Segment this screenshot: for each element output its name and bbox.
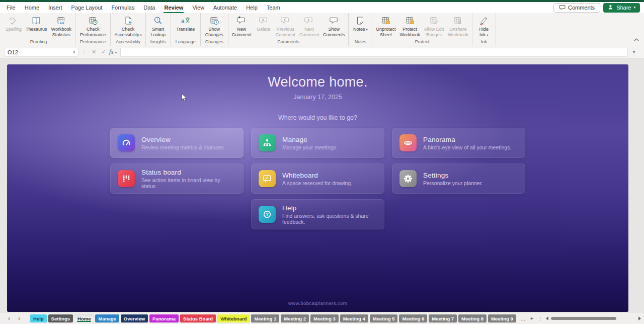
ribbon-button-label-text: New [237, 27, 246, 32]
notes-button[interactable]: Notes▾ [350, 14, 370, 39]
card-settings[interactable]: SettingsPersonalize your planner. [392, 164, 525, 194]
sheet-tab-meeting-8[interactable]: Meeting 8 [458, 314, 487, 322]
sheet-tab-meeting-6[interactable]: Meeting 6 [399, 314, 427, 322]
scrollbar-thumb[interactable] [551, 317, 616, 320]
comments-button[interactable]: Comments [553, 3, 600, 13]
ribbon-button-label-text: Delete [257, 27, 270, 32]
ribbon-button-label-line: Check [114, 27, 141, 32]
menu-tab-team[interactable]: Team [262, 2, 285, 13]
sheet-tab-panorama[interactable]: Panorama [149, 314, 179, 322]
sheet-tab-meeting-9[interactable]: Meeting 9 [488, 314, 516, 322]
share-button[interactable]: Share ▾ [603, 3, 640, 13]
menu-tab-insert[interactable]: Insert [44, 2, 67, 13]
ribbon-button-label: HideInk▾ [479, 27, 489, 38]
kanban-icon [118, 170, 135, 187]
workbook-statistics-button[interactable]: 123WorkbookStatistics [49, 14, 73, 39]
menu-tab-formulas[interactable]: Formulas [107, 2, 139, 13]
menu-tab-page-layout[interactable]: Page Layout [67, 2, 107, 13]
show-comments-icon [329, 16, 339, 26]
card-text: Status boardSee action items in board vi… [141, 169, 236, 189]
scrollbar-track[interactable] [551, 316, 636, 320]
formula-input[interactable] [120, 48, 628, 57]
card-title: Help [282, 204, 377, 212]
ribbon-button-label-text: Workbook [448, 32, 468, 37]
insert-function-button[interactable]: fx ▾ [108, 48, 118, 56]
ribbon-button-label: ShowComments [323, 27, 345, 37]
sheet-tab-meeting-7[interactable]: Meeting 7 [429, 314, 457, 322]
card-status-board[interactable]: Status boardSee action items in board vi… [110, 164, 244, 194]
menu-tab-data[interactable]: Data [139, 2, 159, 13]
sheet-tab-meeting-1[interactable]: Meeting 1 [251, 314, 279, 322]
spelling-button: abcSpelling [4, 14, 24, 39]
previous-comment-button: PreviousComment [274, 14, 297, 39]
scroll-right-button[interactable] [638, 316, 641, 320]
thesaurus-button[interactable]: Thesaurus [24, 14, 49, 39]
name-box-resizer[interactable]: ⋮ [78, 49, 89, 55]
menu-tab-file[interactable]: File [2, 2, 20, 13]
sheet-tab-manage[interactable]: Manage [95, 314, 119, 322]
add-sheet-button[interactable]: + [530, 315, 533, 321]
sheet-tab-meeting-4[interactable]: Meeting 4 [340, 314, 368, 322]
next-comment-button: NextComment [297, 14, 321, 39]
hide-ink-button[interactable]: HideInk▾ [474, 14, 494, 39]
sheet-tab-home[interactable]: Home [74, 314, 94, 322]
collapse-ribbon-button[interactable] [634, 34, 639, 43]
sheet-tab-meeting-5[interactable]: Meeting 5 [370, 314, 398, 322]
smart-lookup-button[interactable]: iSmartLookup [148, 14, 168, 39]
ribbon-button-label-line: Comments [323, 32, 345, 38]
sheet-tab-settings[interactable]: Settings [48, 314, 73, 322]
show-changes-button[interactable]: ShowChanges [203, 14, 225, 39]
menu-tab-view[interactable]: View [188, 2, 209, 13]
ribbon: abcSpellingThesaurus123WorkbookStatistic… [0, 13, 644, 46]
person-icon [608, 4, 614, 11]
sheet-tab-whiteboard[interactable]: Whiteboard [217, 314, 250, 322]
card-help[interactable]: ?HelpFind answers, ask questions & share… [251, 199, 384, 229]
svg-text:a: a [181, 18, 185, 25]
worksheet-area: Welcome home. January 17, 2025 Where wou… [0, 58, 644, 313]
new-comment-button[interactable]: NewComment [230, 14, 254, 39]
svg-text:abc: abc [10, 16, 16, 21]
expand-formula-bar-button[interactable]: ▾ [628, 50, 640, 54]
previous-comment-icon [280, 16, 290, 26]
sheet-tab-meeting-2[interactable]: Meeting 2 [281, 314, 309, 322]
unprotect-sheet-button[interactable]: UnprotectSheet [374, 14, 397, 39]
card-overview[interactable]: OverviewReview meeting metrics & statuse… [110, 128, 244, 158]
card-title: Panorama [423, 136, 511, 143]
ribbon-group-buttons: abcSpellingThesaurus123WorkbookStatistic… [4, 14, 73, 39]
ribbon-button-label-text: Unshare [449, 27, 466, 32]
card-whiteboard[interactable]: WhiteboardA space reserved for drawing. [251, 164, 384, 194]
ribbon-button-label: SmartLookup [150, 27, 166, 37]
check-accessibility-button[interactable]: CheckAccessibility▾ [112, 14, 143, 39]
scroll-left-button[interactable] [546, 316, 548, 320]
sheet-tab-help[interactable]: Help [30, 314, 47, 322]
ribbon-button-label-text: Allow Edit [424, 27, 444, 32]
footer-url: www.bobcatplanners.com [7, 300, 628, 306]
sheet-nav-left-button[interactable]: ‹ [4, 315, 14, 322]
menu-tab-help[interactable]: Help [242, 2, 262, 13]
ribbon-group-buttons: NewCommentDeletePreviousCommentNextComme… [230, 14, 347, 39]
sheet-nav-right-button[interactable]: › [14, 315, 24, 322]
sheet-tab-overview[interactable]: Overview [121, 314, 148, 322]
sheet-tab-label: Meeting 5 [373, 316, 395, 321]
more-sheets-button[interactable]: … [520, 315, 526, 321]
card-manage[interactable]: ManageManage your meetings. [251, 128, 384, 158]
check-performance-button[interactable]: CheckPerformance [78, 14, 108, 39]
menu-tab-home[interactable]: Home [20, 2, 44, 13]
card-subtitle: Personalize your planner. [423, 180, 483, 186]
name-box[interactable]: O12 ▾ [4, 48, 78, 57]
translate-button[interactable]: aTranslate [174, 14, 197, 39]
ribbon-button-label-line: Accessibility▾ [114, 32, 141, 38]
protect-workbook-button[interactable]: ProtectWorkbook [397, 14, 422, 39]
ribbon-group-label: Proofing [4, 39, 73, 46]
sheet-tab-status-board[interactable]: Status Board [180, 314, 216, 322]
sheet-tab-label: Whiteboard [220, 316, 247, 321]
excel-window: FileHomeInsertPage LayoutFormulasDataRev… [0, 0, 644, 324]
menu-tab-automate[interactable]: Automate [209, 2, 242, 13]
check-performance-icon [88, 16, 98, 26]
card-panorama[interactable]: PanoramaA bird's-eye view of all your me… [392, 128, 525, 158]
sheet-tab-meeting-3[interactable]: Meeting 3 [310, 314, 339, 322]
menu-tab-review[interactable]: Review [159, 2, 188, 13]
notes-icon [355, 16, 365, 26]
card-subtitle: A space reserved for drawing. [282, 180, 352, 186]
show-comments-button[interactable]: ShowComments [321, 14, 347, 39]
